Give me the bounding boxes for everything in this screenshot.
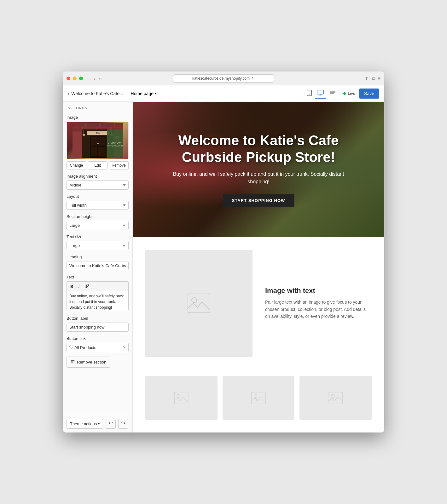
text-size-select[interactable]: Large Small Medium bbox=[67, 241, 129, 250]
svg-rect-20 bbox=[91, 137, 97, 146]
hero-cta-button[interactable]: START SHOPPING NOW bbox=[223, 194, 294, 207]
svg-rect-5 bbox=[329, 91, 336, 95]
svg-rect-21 bbox=[98, 137, 105, 146]
back-arrow-icon: ‹ bbox=[68, 91, 69, 96]
text-area[interactable]: Buy online, and we'll safely pack it up … bbox=[67, 291, 129, 310]
chevron-down-icon: ▾ bbox=[155, 91, 157, 95]
svg-rect-22 bbox=[91, 147, 97, 156]
device-icons bbox=[305, 89, 338, 99]
image-field-group: Image bbox=[67, 115, 129, 169]
section-height-label: Section height bbox=[67, 214, 129, 219]
new-window-button[interactable]: ⧉ bbox=[372, 76, 375, 81]
svg-point-1 bbox=[309, 94, 310, 95]
minimize-traffic-light[interactable] bbox=[73, 77, 77, 80]
redo-button[interactable] bbox=[118, 419, 128, 429]
col-placeholder-1 bbox=[145, 376, 218, 420]
theme-actions-button[interactable]: Theme actions ▾ bbox=[67, 419, 103, 429]
wide-view-button[interactable] bbox=[327, 89, 338, 99]
svg-point-37 bbox=[192, 298, 197, 303]
remove-image-button[interactable]: Remove bbox=[109, 161, 129, 169]
heading-group: Heading bbox=[67, 255, 129, 270]
image-alignment-label: Image alignment bbox=[67, 174, 129, 179]
svg-rect-42 bbox=[329, 392, 343, 404]
image-text-heading: Image with text bbox=[265, 287, 372, 295]
undo-button[interactable] bbox=[106, 419, 116, 429]
sidebar-footer: Theme actions ▾ bbox=[63, 415, 132, 432]
image-alignment-select[interactable]: Middle Top Bottom bbox=[67, 180, 129, 190]
tab-overview-button[interactable]: ▭ bbox=[98, 76, 104, 81]
svg-rect-36 bbox=[188, 294, 210, 313]
text-toolbar: B I bbox=[67, 281, 129, 291]
close-traffic-light[interactable] bbox=[67, 77, 70, 80]
image-label: Image bbox=[67, 115, 129, 120]
image-preview: 180 178 bbox=[67, 122, 129, 159]
main-content: SETTINGS Image bbox=[63, 102, 384, 432]
section-height-select[interactable]: Large Small Medium bbox=[67, 221, 129, 230]
title-bar: ‹ › ▭ katiescafecurbside.myshopify.com ↻… bbox=[63, 72, 384, 85]
button-link-group: Button link All Products × bbox=[67, 336, 129, 352]
bold-button[interactable]: B bbox=[68, 283, 75, 290]
col-placeholder-3 bbox=[299, 376, 372, 420]
app-body: ‹ Welcome to Katie's Cafe... Home page ▾ bbox=[63, 85, 384, 432]
svg-rect-23 bbox=[98, 147, 105, 156]
preview-area: Welcome to Katie's Cafe Curbside Pickup … bbox=[133, 102, 384, 432]
clear-link-button[interactable]: × bbox=[123, 345, 126, 350]
nav-arrows: ‹ › bbox=[88, 75, 96, 82]
button-link-field[interactable]: All Products × bbox=[67, 343, 129, 352]
desktop-view-button[interactable] bbox=[315, 89, 326, 99]
fullscreen-traffic-light[interactable] bbox=[79, 77, 83, 80]
url-text: katiescafecurbside.myshopify.com bbox=[192, 76, 250, 81]
italic-button[interactable]: I bbox=[76, 283, 82, 290]
refresh-icon[interactable]: ↻ bbox=[252, 76, 255, 81]
share-button[interactable]: ⬆ bbox=[365, 76, 369, 81]
chevron-down-icon: ▾ bbox=[98, 422, 100, 426]
change-image-button[interactable]: Change bbox=[67, 161, 86, 169]
sidebar: SETTINGS Image bbox=[63, 102, 133, 432]
svg-rect-40 bbox=[252, 392, 265, 404]
sidebar-inner: Image bbox=[63, 112, 132, 415]
heading-input[interactable] bbox=[67, 261, 129, 270]
back-nav-button[interactable]: ‹ bbox=[88, 75, 92, 82]
forward-nav-button[interactable]: › bbox=[93, 75, 97, 82]
svg-point-39 bbox=[177, 394, 180, 398]
sidebar-toggle-button[interactable]: ≡ bbox=[378, 76, 380, 81]
section-height-group: Section height Large Small Medium bbox=[67, 214, 129, 230]
save-button[interactable]: Save bbox=[359, 89, 379, 99]
button-label-group: Button label bbox=[67, 316, 129, 332]
image-buttons: Change Edit Remove bbox=[67, 161, 129, 169]
hero-subtitle: Buy online, and we'll safely pack it up … bbox=[164, 170, 353, 186]
trash-icon bbox=[71, 359, 75, 365]
page-selector[interactable]: Home page ▾ bbox=[131, 91, 157, 96]
text-size-group: Text size Large Small Medium bbox=[67, 234, 129, 250]
window-controls-right: ⬆ ⧉ ≡ bbox=[365, 76, 380, 81]
settings-label: SETTINGS bbox=[63, 102, 132, 112]
button-label-input[interactable] bbox=[67, 323, 129, 332]
image-preview-inner: 180 178 bbox=[67, 122, 128, 159]
svg-rect-10 bbox=[73, 123, 85, 127]
live-indicator: Live bbox=[343, 91, 355, 96]
button-label-label: Button label bbox=[67, 316, 129, 321]
mac-window: ‹ › ▭ katiescafecurbside.myshopify.com ↻… bbox=[63, 72, 384, 432]
mobile-view-button[interactable] bbox=[305, 89, 314, 99]
remove-section-button[interactable]: Remove section bbox=[67, 357, 110, 368]
back-button[interactable]: ‹ Welcome to Katie's Cafe... bbox=[68, 91, 123, 96]
layout-select[interactable]: Full width Fixed width bbox=[67, 201, 129, 210]
col-placeholder-2 bbox=[223, 376, 295, 420]
svg-text:180: 180 bbox=[96, 132, 100, 134]
edit-image-button[interactable]: Edit bbox=[88, 161, 107, 169]
link-button[interactable] bbox=[82, 283, 91, 290]
image-alignment-group: Image alignment Middle Top Bottom bbox=[67, 174, 129, 190]
svg-point-30 bbox=[83, 134, 85, 136]
text-label: Text bbox=[67, 275, 129, 279]
svg-rect-38 bbox=[174, 392, 188, 404]
button-link-value: All Products bbox=[74, 345, 96, 350]
image-text-placeholder bbox=[145, 250, 253, 357]
top-bar: ‹ Welcome to Katie's Cafe... Home page ▾ bbox=[63, 85, 384, 102]
remove-section-label: Remove section bbox=[77, 360, 106, 364]
svg-rect-13 bbox=[115, 123, 123, 127]
url-bar: katiescafecurbside.myshopify.com ↻ bbox=[173, 74, 274, 83]
svg-text:COFFEE ROASTERS: COFFEE ROASTERS bbox=[107, 145, 123, 147]
layout-label: Layout bbox=[67, 194, 129, 199]
image-text-content: Image with text Pair large text with an … bbox=[265, 287, 372, 320]
page-selector-label: Home page bbox=[131, 91, 154, 96]
